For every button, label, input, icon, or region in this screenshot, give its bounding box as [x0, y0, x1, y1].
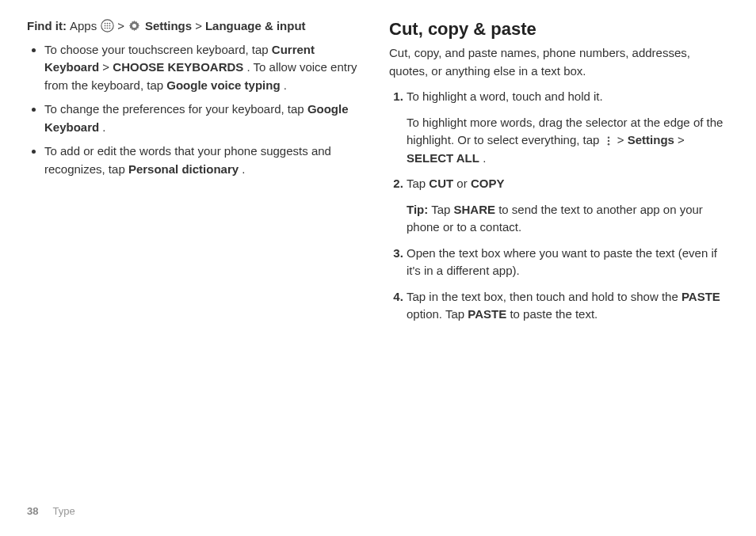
settings-label: Settings: [145, 17, 192, 35]
apps-label: Apps: [70, 17, 97, 35]
text: to paste the text.: [510, 307, 598, 321]
apps-icon: [100, 19, 114, 33]
bold-term: SELECT ALL: [407, 151, 479, 165]
bullet-list: To choose your touchscreen keyboard, tap…: [27, 41, 367, 179]
text: or: [456, 177, 471, 190]
text: Tap: [431, 203, 453, 216]
bold-term: CUT: [429, 177, 453, 190]
svg-point-10: [132, 24, 136, 28]
text: Tap in the text box, then touch and hold…: [407, 290, 682, 303]
text: >: [102, 60, 113, 74]
bold-term: PASTE: [682, 290, 720, 303]
step-2: Tap CUT or COPY Tip: Tap SHARE to send t…: [407, 175, 729, 237]
svg-point-13: [607, 143, 609, 146]
section-heading: Cut, copy & paste: [389, 19, 729, 40]
svg-point-7: [104, 28, 105, 29]
svg-point-12: [607, 140, 609, 143]
svg-point-4: [104, 25, 105, 27]
text: >: [617, 133, 628, 146]
step-3: Open the text box where you want to past…: [407, 245, 729, 280]
manual-page: Find it: Apps > Se: [0, 0, 756, 536]
step-1: To highlight a word, touch and hold it. …: [407, 88, 729, 167]
intro-paragraph: Cut, copy, and paste names, phone number…: [389, 44, 729, 80]
bold-term: Google voice typing: [166, 78, 280, 92]
breadcrumb-gt: >: [195, 17, 202, 35]
list-item: To choose your touchscreen keyboard, tap…: [44, 41, 367, 95]
list-item: To change the preferences for your keybo…: [44, 101, 367, 136]
right-column: Cut, copy & paste Cut, copy, and paste n…: [389, 17, 729, 332]
step-text: Open the text box where you want to past…: [407, 245, 729, 280]
bold-term: Personal dictionary: [128, 162, 239, 176]
svg-point-3: [109, 23, 110, 25]
text: To highlight more words, drag the select…: [407, 116, 723, 147]
bold-term: Settings: [628, 133, 674, 146]
gear-icon: [128, 19, 142, 33]
bold-term: SHARE: [453, 203, 495, 216]
numbered-steps: To highlight a word, touch and hold it. …: [389, 88, 729, 324]
menu-icon: [603, 134, 614, 145]
text: .: [284, 78, 287, 92]
svg-point-6: [109, 25, 110, 27]
two-column-layout: Find it: Apps > Se: [27, 17, 729, 332]
bold-term: COPY: [471, 177, 505, 190]
step-text: Tap in the text box, then touch and hold…: [407, 288, 729, 324]
step-4: Tap in the text box, then touch and hold…: [407, 288, 729, 324]
tip-label: Tip:: [407, 203, 428, 216]
tip-text: Tip: Tap SHARE to send the text to anoth…: [407, 201, 729, 237]
svg-point-8: [106, 28, 108, 29]
svg-point-2: [106, 23, 108, 25]
svg-point-5: [106, 25, 108, 27]
text: To choose your touchscreen keyboard, tap: [44, 43, 272, 56]
text: >: [678, 133, 685, 146]
find-it-label: Find it:: [27, 17, 67, 35]
language-input-label: Language & input: [205, 17, 306, 35]
text: Tap: [407, 177, 429, 190]
left-column: Find it: Apps > Se: [27, 17, 367, 332]
svg-point-11: [607, 137, 609, 139]
page-footer: 38 Type: [27, 505, 75, 517]
text: .: [483, 151, 486, 165]
svg-point-9: [109, 28, 110, 29]
bold-term: PASTE: [468, 307, 506, 321]
list-item: To add or edit the words that your phone…: [44, 143, 367, 178]
step-text: To highlight more words, drag the select…: [407, 114, 729, 168]
section-name: Type: [52, 505, 74, 517]
bold-term: CHOOSE KEYBOARDS: [113, 60, 243, 74]
text: option. Tap: [407, 307, 468, 321]
step-text: To highlight a word, touch and hold it.: [407, 88, 729, 106]
text: .: [102, 120, 105, 134]
step-text: Tap CUT or COPY: [407, 175, 729, 193]
svg-point-1: [104, 23, 105, 25]
page-number: 38: [27, 505, 38, 517]
text: .: [242, 162, 245, 176]
find-it-breadcrumb: Find it: Apps > Se: [27, 17, 367, 35]
breadcrumb-gt: >: [117, 17, 124, 35]
text: To change the preferences for your keybo…: [44, 102, 307, 116]
